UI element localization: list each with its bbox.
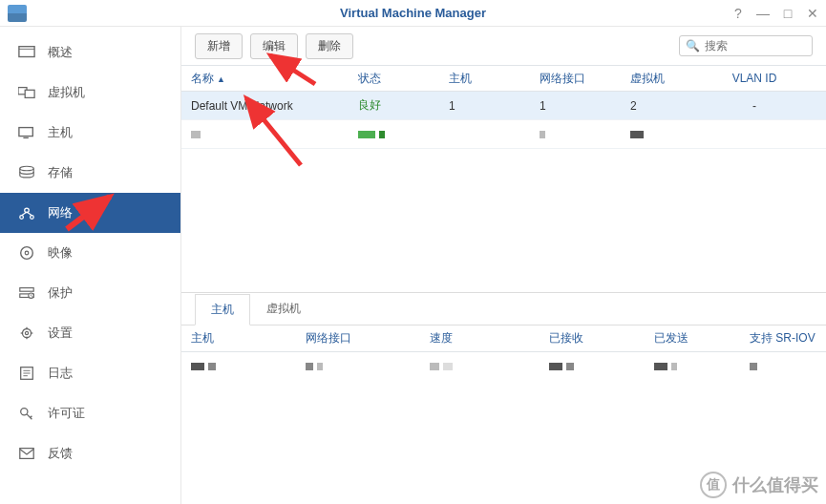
sidebar-item-label: 存储 <box>48 164 73 181</box>
col-header-iface[interactable]: 网络接口 <box>530 71 621 87</box>
sidebar-item-storage[interactable]: 存储 <box>0 153 180 193</box>
tab-host[interactable]: 主机 <box>195 294 250 326</box>
sidebar-item-license[interactable]: 许可证 <box>0 393 180 433</box>
svg-rect-4 <box>19 128 32 136</box>
svg-rect-14 <box>20 288 33 292</box>
watermark-icon: 值 <box>700 472 727 498</box>
search-box[interactable]: 🔍 <box>679 35 813 56</box>
sidebar-item-label: 映像 <box>48 244 73 262</box>
protection-icon <box>17 285 36 301</box>
table-row[interactable] <box>181 120 826 149</box>
edit-button[interactable]: 编辑 <box>250 33 298 59</box>
col-header-name[interactable]: 名称▲ <box>181 71 349 87</box>
overview-icon <box>17 45 36 60</box>
col-header-rx[interactable]: 已接收 <box>540 330 645 346</box>
svg-line-11 <box>27 212 32 216</box>
sidebar-item-host[interactable]: 主机 <box>0 113 180 153</box>
col-header-host[interactable]: 主机 <box>181 330 296 346</box>
col-header-status[interactable]: 状态 <box>349 71 439 87</box>
toolbar: 新增 编辑 删除 🔍 <box>181 27 826 65</box>
sidebar-item-vm[interactable]: 虚拟机 <box>0 73 180 113</box>
sidebar-item-network[interactable]: 网络 <box>0 193 180 233</box>
host-icon <box>17 125 36 140</box>
title-bar: Virtual Machine Manager ? — □ ✕ <box>0 0 826 27</box>
sidebar-item-label: 许可证 <box>48 405 85 422</box>
maximize-icon[interactable]: □ <box>780 6 795 21</box>
sidebar-item-label: 反馈 <box>48 445 73 462</box>
svg-point-20 <box>25 331 28 334</box>
svg-point-12 <box>21 247 33 260</box>
log-icon <box>17 366 36 381</box>
cell-vm: 2 <box>621 99 711 113</box>
delete-button[interactable]: 删除 <box>306 33 353 59</box>
svg-point-29 <box>21 409 28 415</box>
col-header-vlan[interactable]: VLAN ID <box>711 72 797 85</box>
sidebar-item-protection[interactable]: 保护 <box>0 273 180 313</box>
window-controls: ? — □ ✕ <box>731 0 820 27</box>
svg-point-13 <box>25 251 29 255</box>
svg-line-10 <box>22 212 27 216</box>
col-header-sriov[interactable]: 支持 SR-IOV <box>740 330 826 346</box>
window-title: Virtual Machine Manager <box>0 6 826 20</box>
detail-table-header: 主机 网络接口 速度 已接收 已发送 支持 SR-IOV <box>181 326 826 352</box>
svg-line-18 <box>32 296 32 297</box>
image-icon <box>17 245 36 261</box>
close-icon[interactable]: ✕ <box>805 6 820 21</box>
sidebar-item-label: 主机 <box>48 124 73 141</box>
network-icon <box>17 205 36 220</box>
svg-point-8 <box>20 216 24 220</box>
tab-vm[interactable]: 虚拟机 <box>250 293 317 325</box>
sidebar-item-label: 日志 <box>48 365 73 382</box>
svg-line-31 <box>31 416 32 418</box>
sidebar-item-label: 保护 <box>48 284 73 302</box>
sidebar-item-label: 设置 <box>48 325 73 342</box>
svg-rect-3 <box>25 90 34 97</box>
sort-asc-icon: ▲ <box>217 74 225 84</box>
svg-point-9 <box>31 216 34 220</box>
col-header-vm[interactable]: 虚拟机 <box>621 71 711 87</box>
search-input[interactable] <box>705 39 806 52</box>
sidebar-item-label: 虚拟机 <box>48 84 85 101</box>
add-button[interactable]: 新增 <box>195 33 243 59</box>
sidebar-item-label: 网络 <box>48 204 73 221</box>
table-row[interactable]: Default VM Network 良好 1 1 2 - <box>181 92 826 120</box>
table-row[interactable] <box>181 352 826 381</box>
sidebar-item-feedback[interactable]: 反馈 <box>0 433 180 473</box>
sidebar-item-label: 概述 <box>48 44 73 61</box>
cell-status: 良好 <box>349 97 439 114</box>
cell-name: Default VM Network <box>181 99 349 113</box>
license-icon <box>17 406 36 421</box>
network-table-body: Default VM Network 良好 1 1 2 - <box>181 92 826 292</box>
cell-iface: 1 <box>530 99 621 113</box>
content-area: 新增 编辑 删除 🔍 名称▲ 状态 主机 网络接口 虚拟机 VLAN ID De… <box>181 27 826 504</box>
sidebar-item-log[interactable]: 日志 <box>0 353 180 393</box>
svg-point-19 <box>23 329 32 338</box>
search-icon: 🔍 <box>686 39 700 52</box>
watermark-text: 什么值得买 <box>732 473 818 496</box>
settings-icon <box>17 326 36 341</box>
vm-icon <box>17 85 36 100</box>
svg-rect-0 <box>19 47 34 57</box>
cell-vlan: - <box>711 99 797 113</box>
svg-point-7 <box>25 208 30 213</box>
col-header-host[interactable]: 主机 <box>439 71 530 87</box>
col-header-speed[interactable]: 速度 <box>420 330 540 346</box>
network-table-header: 名称▲ 状态 主机 网络接口 虚拟机 VLAN ID <box>181 65 826 92</box>
svg-point-6 <box>20 166 33 171</box>
svg-rect-32 <box>20 449 33 459</box>
detail-tabs: 主机 虚拟机 <box>181 293 826 326</box>
col-header-tx[interactable]: 已发送 <box>645 330 740 346</box>
cell-host: 1 <box>439 99 530 113</box>
help-icon[interactable]: ? <box>731 6 746 21</box>
sidebar-item-image[interactable]: 映像 <box>0 233 180 273</box>
feedback-icon <box>17 446 36 461</box>
col-header-iface[interactable]: 网络接口 <box>296 330 420 346</box>
sidebar-item-overview[interactable]: 概述 <box>0 32 180 73</box>
sidebar-item-settings[interactable]: 设置 <box>0 313 180 353</box>
minimize-icon[interactable]: — <box>755 6 771 21</box>
watermark: 值 什么值得买 <box>700 472 818 498</box>
sidebar: 概述 虚拟机 主机 存储 网络 映像 保护 设置 日志 许可证 反馈 <box>0 27 181 504</box>
storage-icon <box>17 165 36 180</box>
